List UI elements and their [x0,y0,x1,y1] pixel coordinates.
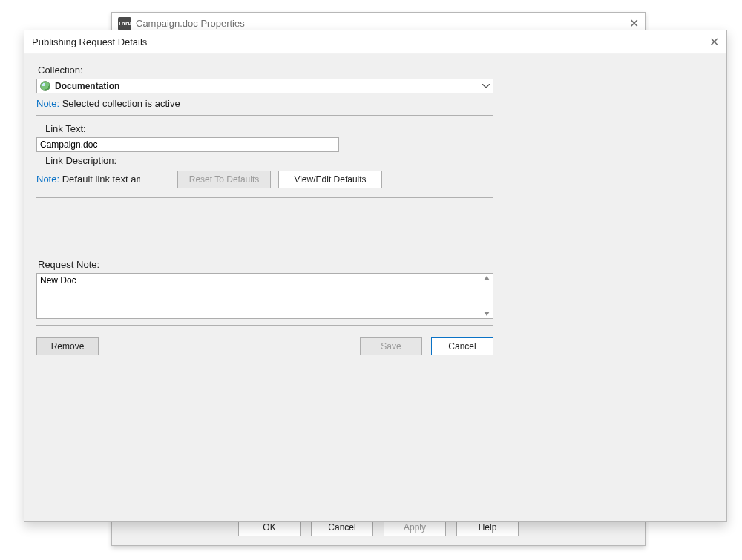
scroll-up-icon[interactable] [483,275,490,281]
scrollbar[interactable] [481,274,493,318]
note-key: Note: [36,98,59,109]
note-text: Selected collection is active [62,98,180,109]
link-text-label: Link Text: [45,123,493,134]
remove-button[interactable]: Remove [36,337,99,355]
cancel-button[interactable]: Cancel [431,337,493,355]
collection-note: Note: Selected collection is active [36,98,493,109]
save-button: Save [360,337,422,355]
defaults-note: Note: Default link text and [36,174,140,185]
collection-combo[interactable]: Documentation [36,79,493,93]
globe-icon [40,81,50,91]
close-icon[interactable]: ✕ [629,18,639,30]
note-key: Note: [36,174,59,185]
thru-app-icon: Thru [118,17,131,30]
view-edit-defaults-button[interactable]: View/Edit Defaults [278,171,382,188]
reset-to-defaults-button: Reset To Defaults [177,171,271,188]
chevron-down-icon [479,84,493,88]
request-note-field [36,273,493,319]
defaults-row: Note: Default link text and Reset To Def… [36,171,493,191]
collection-label: Collection: [38,65,493,76]
spacer [36,205,715,256]
scroll-down-icon[interactable] [483,311,490,317]
request-note-input[interactable] [37,274,479,318]
dialog-action-row: Remove Save Cancel [36,337,493,355]
section-separator [36,115,493,116]
link-text-input[interactable] [36,137,339,152]
section-separator [36,325,493,326]
section-separator [36,197,493,198]
note-text-truncated: Default link text and [62,174,140,185]
publishing-titlebar: Publishing Request Details ✕ [24,30,726,54]
close-icon[interactable]: ✕ [709,36,719,48]
collection-selected-value: Documentation [55,81,479,91]
publishing-request-dialog: Publishing Request Details ✕ Collection:… [24,30,727,522]
request-note-label: Request Note: [38,259,493,270]
properties-window-title: Campaign.doc Properties [136,18,245,29]
link-description-label: Link Description: [45,155,493,166]
dialog-title: Publishing Request Details [32,36,147,47]
